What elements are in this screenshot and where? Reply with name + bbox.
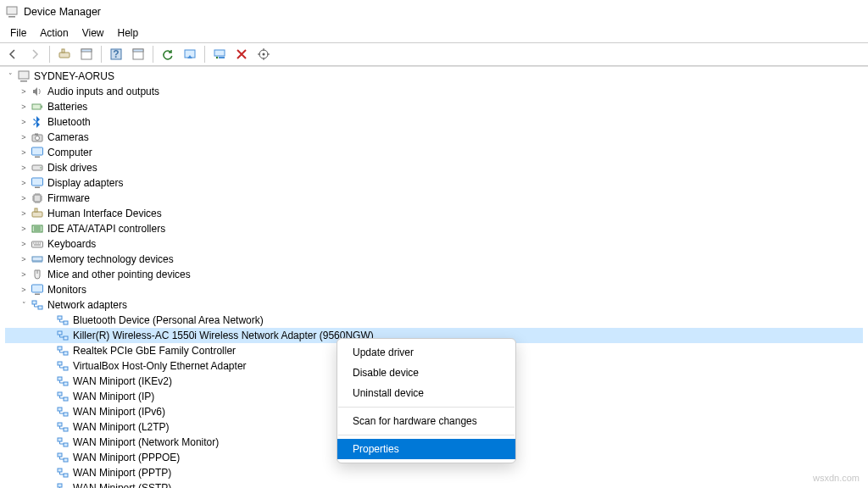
forward-button[interactable]: [25, 45, 44, 64]
tree-category[interactable]: >Disk drives: [5, 160, 863, 175]
tree-category[interactable]: >Bluetooth: [5, 114, 863, 130]
speaker-icon: [31, 85, 44, 98]
expand-toggle[interactable]: >: [19, 267, 29, 282]
help-button[interactable]: ?: [107, 45, 125, 64]
expand-toggle[interactable]: >: [19, 84, 29, 99]
camera-icon: [31, 130, 44, 144]
title-bar: Device Manager: [0, 0, 868, 24]
tree-item-label: WAN Miniport (L2TP): [73, 419, 175, 435]
tree-category[interactable]: >Display adapters: [5, 175, 863, 191]
net-icon: [56, 359, 70, 373]
expand-toggle[interactable]: ˅: [5, 69, 15, 84]
net-icon: [56, 405, 70, 419]
window-title: Device Manager: [24, 6, 101, 18]
toolbar-separator: [101, 46, 102, 63]
mouse-icon: [31, 268, 44, 281]
tree-category[interactable]: >Computer: [5, 145, 863, 160]
net-icon: [56, 313, 70, 327]
tree-category[interactable]: >Human Interface Devices: [5, 206, 863, 221]
expand-toggle[interactable]: ˅: [19, 297, 29, 313]
update-driver-button[interactable]: [159, 45, 177, 64]
tree-device[interactable]: Bluetooth Device (Personal Area Network): [5, 313, 863, 328]
expand-toggle[interactable]: >: [19, 206, 29, 221]
expand-toggle[interactable]: >: [19, 252, 29, 267]
expand-toggle[interactable]: >: [19, 221, 29, 236]
expand-toggle[interactable]: >: [19, 160, 29, 175]
back-button[interactable]: [3, 45, 22, 64]
toolbar-separator: [153, 46, 153, 63]
properties-button[interactable]: [77, 45, 96, 64]
hid-icon: [31, 207, 44, 220]
tree-category[interactable]: >Keyboards: [5, 236, 863, 252]
expand-toggle[interactable]: >: [19, 191, 29, 206]
tree-category[interactable]: >Memory technology devices: [5, 252, 863, 267]
tree-item-label: Bluetooth: [47, 114, 96, 130]
context-menu: Update driver Disable device Uninstall d…: [337, 338, 516, 463]
disk-icon: [31, 161, 44, 175]
tree-category[interactable]: >Mice and other pointing devices: [5, 267, 863, 282]
tree-item-label: Firmware: [47, 191, 95, 206]
ctx-update-driver[interactable]: Update driver: [337, 342, 515, 363]
net-icon: [31, 298, 44, 312]
chip-icon: [31, 191, 44, 205]
net-icon: [56, 420, 70, 434]
expand-toggle[interactable]: >: [19, 99, 29, 114]
toolbar-separator: [49, 46, 50, 63]
memory-icon: [31, 252, 44, 266]
expand-toggle[interactable]: >: [19, 114, 29, 130]
enable-device-button[interactable]: [210, 45, 229, 64]
show-hidden-button[interactable]: [55, 45, 74, 64]
ctx-separator: [338, 407, 515, 408]
tree-category[interactable]: >Monitors: [5, 282, 863, 297]
expand-toggle[interactable]: >: [19, 145, 29, 160]
tree-category[interactable]: >IDE ATA/ATAPI controllers: [5, 221, 863, 236]
tree-item-label: SYDNEY-AORUS: [34, 69, 120, 84]
tree-item-label: WAN Miniport (PPTP): [73, 465, 176, 480]
tree-category[interactable]: >Firmware: [5, 191, 863, 206]
expand-toggle[interactable]: >: [19, 175, 29, 191]
ide-icon: [31, 222, 44, 236]
tree-item-label: Display adapters: [47, 175, 128, 191]
tree-item-label: VirtualBox Host-Only Ethernet Adapter: [73, 358, 252, 374]
expand-toggle[interactable]: >: [19, 236, 29, 252]
tree-item-label: Cameras: [47, 130, 94, 145]
tree-device[interactable]: WAN Miniport (SSTP): [5, 480, 863, 488]
expand-toggle[interactable]: >: [19, 282, 29, 297]
menu-action[interactable]: Action: [33, 25, 75, 41]
action-button[interactable]: [129, 45, 147, 64]
tree-item-label: Memory technology devices: [47, 252, 179, 267]
view-devices-button[interactable]: [181, 45, 199, 64]
tree-item-label: Human Interface Devices: [47, 206, 167, 221]
tree-device[interactable]: WAN Miniport (PPTP): [5, 465, 863, 480]
menu-view[interactable]: View: [75, 25, 111, 41]
ctx-properties[interactable]: Properties: [337, 439, 515, 459]
tree-item-label: Killer(R) Wireless-AC 1550i Wireless Net…: [73, 328, 379, 343]
menu-file[interactable]: File: [3, 25, 33, 41]
ctx-separator: [338, 435, 515, 435]
toolbar-separator: [204, 46, 205, 63]
svg-text:?: ?: [113, 48, 119, 60]
tree-category[interactable]: >Cameras: [5, 130, 863, 145]
ctx-scan-hardware[interactable]: Scan for hardware changes: [337, 411, 515, 431]
net-icon: [56, 329, 70, 342]
net-icon: [56, 390, 70, 403]
battery-icon: [31, 100, 44, 114]
ctx-uninstall-device[interactable]: Uninstall device: [337, 383, 515, 403]
scan-hardware-button[interactable]: [254, 45, 273, 64]
tree-category-network[interactable]: ˅Network adapters: [5, 297, 863, 313]
expand-toggle[interactable]: >: [19, 130, 29, 145]
ctx-disable-device[interactable]: Disable device: [337, 363, 515, 383]
tree-category[interactable]: >Batteries: [5, 99, 863, 114]
tree-item-label: WAN Miniport (IKEv2): [73, 374, 177, 389]
tree-item-label: WAN Miniport (Network Monitor): [73, 435, 224, 450]
tree-item-label: WAN Miniport (SSTP): [73, 480, 176, 488]
tree-root[interactable]: ˅SYDNEY-AORUS: [5, 69, 863, 84]
tree-item-label: Bluetooth Device (Personal Area Network): [73, 313, 269, 328]
tree-item-label: Disk drives: [47, 160, 103, 175]
pc-icon: [17, 69, 31, 83]
tree-item-label: Batteries: [47, 99, 92, 114]
menu-help[interactable]: Help: [111, 25, 146, 41]
net-icon: [56, 481, 70, 488]
uninstall-button[interactable]: [232, 45, 251, 64]
tree-category[interactable]: >Audio inputs and outputs: [5, 84, 863, 99]
